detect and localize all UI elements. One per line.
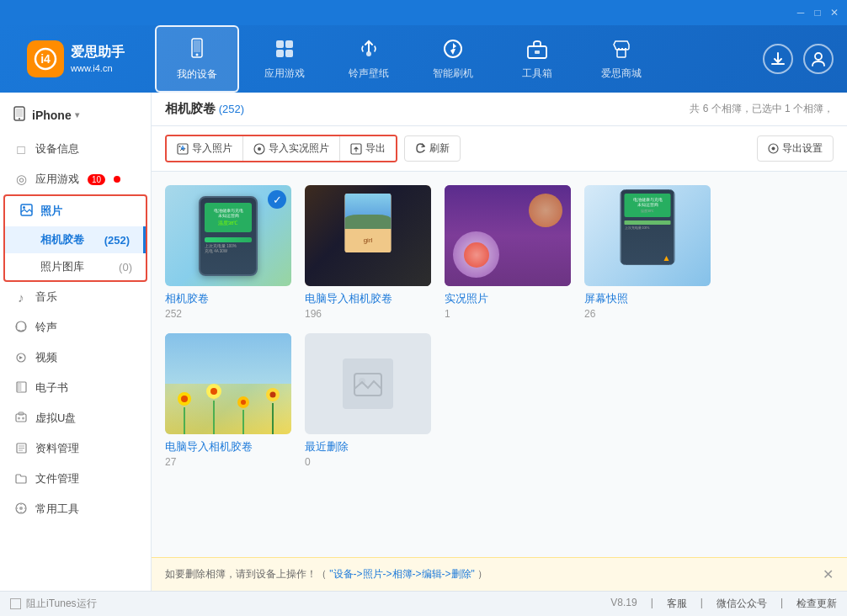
svg-point-19: [23, 206, 25, 209]
sidebar-label-video: 视频: [35, 350, 57, 365]
album-card-camera-roll[interactable]: 电池健康与充电未知运营商 温度38℃ 上次充电量 100% 充电 4A 30W …: [165, 185, 291, 320]
user-button[interactable]: [803, 44, 834, 74]
notification-close-icon[interactable]: ✕: [823, 566, 834, 582]
album-thumb-live: [445, 185, 571, 286]
toolbar-right: 导出设置: [757, 135, 834, 162]
support-link[interactable]: 客服: [667, 597, 687, 611]
live-album-count: 1: [445, 308, 571, 320]
svg-point-4: [196, 53, 199, 56]
ringtone-icon: [13, 321, 29, 335]
version-label: V8.19: [610, 597, 637, 611]
nav-item-my-device[interactable]: 我的设备: [155, 25, 239, 93]
svg-point-37: [24, 507, 26, 509]
svg-rect-12: [535, 50, 540, 54]
sidebar-item-ringtones[interactable]: 铃声: [0, 312, 151, 343]
device-icon: [13, 106, 25, 124]
nav-label-smart-flash: 智能刷机: [433, 66, 473, 81]
ebook-icon: [13, 381, 29, 396]
nav-item-store[interactable]: 爱思商城: [579, 25, 663, 93]
sidebar-item-tools[interactable]: 常用工具: [0, 494, 151, 524]
photos-icon: [19, 204, 34, 219]
svg-rect-13: [617, 50, 626, 57]
sidebar-item-file-explorer[interactable]: 文件管理: [0, 464, 151, 494]
close-button[interactable]: ✕: [828, 7, 840, 19]
notification-text-before: 如要删除相簿，请到设备上操作！（: [165, 568, 327, 580]
import-live-button[interactable]: 导入实况照片: [243, 136, 340, 161]
imported2-album-name: 电脑导入相机胶卷: [165, 439, 291, 454]
file-mgmt-icon: [13, 442, 29, 456]
store-icon: [610, 38, 632, 63]
nav-item-toolbox[interactable]: 工具箱: [495, 25, 579, 93]
deleted-album-count: 0: [305, 456, 431, 468]
sidebar-item-virtual-u[interactable]: 虚拟U盘: [0, 403, 151, 433]
camera-roll-album-name: 相机胶卷: [165, 291, 291, 306]
sidebar-label-photos: 照片: [40, 204, 62, 219]
wechat-link[interactable]: 微信公众号: [716, 597, 767, 611]
sidebar-label-music: 音乐: [35, 289, 57, 305]
album-thumb-imported: girl: [305, 185, 431, 286]
album-thumb-screenshot: 电池健康与充电未知运营商 温度38℃ 上次充电量 100%: [584, 185, 711, 286]
refresh-button[interactable]: 刷新: [404, 135, 461, 162]
svg-point-27: [22, 417, 24, 419]
content-title: 相机胶卷 (252): [165, 101, 244, 117]
video-icon: [13, 351, 29, 365]
sidebar-label-file-explorer: 文件管理: [35, 471, 79, 486]
sidebar-item-photos[interactable]: 照片: [5, 196, 146, 226]
nav-item-ringtones[interactable]: 铃声壁纸: [327, 25, 411, 93]
footer-separator-2: |: [701, 597, 703, 611]
refresh-label: 刷新: [429, 141, 450, 156]
nav-item-smart-flash[interactable]: 智能刷机: [411, 25, 495, 93]
import-live-icon: [253, 143, 265, 155]
device-info-icon: □: [13, 142, 29, 157]
import-photo-button[interactable]: 导入照片: [167, 136, 243, 161]
svg-point-33: [19, 507, 23, 510]
notification-link[interactable]: "设备->照片->相簿->编辑->删除": [329, 568, 475, 580]
my-device-icon: [185, 37, 209, 64]
device-name: iPhone: [32, 109, 72, 122]
import-photo-label: 导入照片: [192, 141, 232, 156]
imported-album-name: 电脑导入相机胶卷: [305, 291, 431, 306]
content-header: 相机胶卷 (252) 共 6 个相簿，已选中 1 个相簿，: [152, 93, 847, 126]
main-nav: 我的设备 应用游戏 铃声壁纸: [152, 25, 749, 93]
sidebar-item-ebook[interactable]: 电子书: [0, 373, 151, 403]
album-card-screenshot[interactable]: 电池健康与充电未知运营商 温度38℃ 上次充电量 100% 屏幕快照 26: [584, 185, 711, 320]
sidebar-item-app-games[interactable]: ◎ 应用游戏 10: [0, 164, 151, 194]
device-header[interactable]: iPhone ▾: [0, 99, 151, 134]
update-link[interactable]: 检查更新: [796, 597, 837, 611]
sidebar-item-music[interactable]: ♪ 音乐: [0, 282, 151, 312]
sidebar-item-device-info[interactable]: □ 设备信息: [0, 134, 151, 164]
selected-checkmark: ✓: [268, 190, 286, 209]
download-button[interactable]: [763, 44, 793, 74]
logo-text: 爱思助手 www.i4.cn: [71, 43, 125, 75]
sidebar-label-file-mgmt: 资料管理: [35, 441, 79, 456]
virtual-u-icon: [13, 412, 29, 426]
sidebar-subitem-photo-library[interactable]: 照片图库 (0): [5, 253, 146, 280]
export-icon: [350, 143, 362, 155]
export-button[interactable]: 导出: [340, 136, 396, 161]
svg-rect-9: [366, 51, 371, 56]
album-thumb-camera-roll: 电池健康与充电未知运营商 温度38℃ 上次充电量 100% 充电 4A 30W …: [165, 185, 291, 286]
import-photo-icon: [177, 143, 189, 155]
album-card-live[interactable]: 实况照片 1: [445, 185, 571, 320]
restore-button[interactable]: □: [812, 7, 823, 19]
album-grid: 电池健康与充电未知运营商 温度38℃ 上次充电量 100% 充电 4A 30W …: [152, 172, 847, 557]
album-card-imported2[interactable]: 电脑导入相机胶卷 27: [165, 333, 291, 468]
sidebar-item-video[interactable]: 视频: [0, 343, 151, 373]
nav-label-toolbox: 工具箱: [522, 66, 552, 81]
album-card-imported[interactable]: girl 电脑导入相机胶卷 196: [305, 185, 431, 320]
nav-item-app-games[interactable]: 应用游戏: [242, 25, 327, 93]
logo-icon: i4: [27, 40, 64, 77]
album-card-deleted[interactable]: 最近删除 0: [305, 333, 431, 468]
minimize-button[interactable]: ─: [795, 7, 807, 19]
footer: 阻止iTunes运行 V8.19 | 客服 | 微信公众号 | 检查更新: [0, 591, 847, 616]
sidebar-subitem-camera-roll[interactable]: 相机胶卷 (252): [5, 226, 146, 253]
itunes-checkbox[interactable]: [10, 598, 21, 609]
sidebar-item-file-mgmt[interactable]: 资料管理: [0, 433, 151, 464]
file-explorer-icon: [13, 472, 29, 486]
svg-point-34: [20, 503, 22, 505]
svg-rect-6: [285, 40, 293, 48]
sidebar-label-ringtones: 铃声: [35, 320, 57, 335]
ringtones-icon: [358, 38, 380, 63]
export-settings-button[interactable]: 导出设置: [757, 135, 834, 162]
svg-rect-7: [276, 50, 284, 57]
